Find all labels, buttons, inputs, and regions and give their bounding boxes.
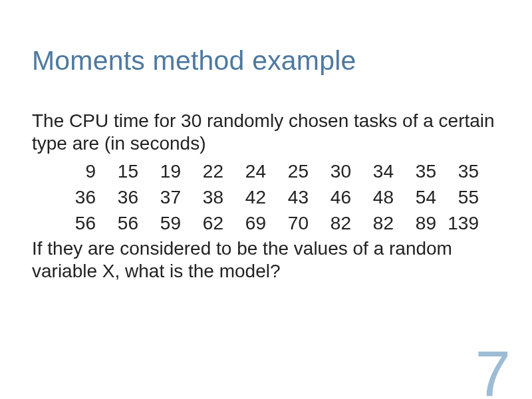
table-cell: 36 (96, 185, 138, 211)
table-cell: 15 (96, 159, 138, 185)
table-cell: 22 (181, 159, 223, 185)
table-row: 9 15 19 22 24 25 30 34 35 35 (53, 159, 500, 185)
page-number: 7 (475, 342, 511, 399)
table-cell: 139 (436, 211, 479, 237)
table-cell: 56 (53, 211, 96, 237)
slide: Moments method example The CPU time for … (0, 0, 532, 399)
table-cell: 82 (351, 211, 394, 237)
intro-text: The CPU time for 30 randomly chosen task… (32, 110, 500, 155)
table-cell: 70 (266, 211, 309, 237)
table-cell: 42 (223, 185, 266, 211)
table-cell: 24 (223, 159, 266, 185)
table-cell: 62 (181, 211, 223, 237)
table-cell: 19 (138, 159, 181, 185)
table-cell: 9 (53, 159, 96, 185)
table-cell: 46 (309, 185, 351, 211)
table-cell: 54 (394, 185, 436, 211)
table-cell: 34 (351, 159, 394, 185)
slide-title: Moments method example (32, 45, 500, 76)
question-text: If they are considered to be the values … (32, 237, 500, 283)
table-cell: 69 (223, 211, 266, 237)
table-cell: 43 (266, 185, 309, 211)
slide-body: The CPU time for 30 randomly chosen task… (32, 110, 500, 283)
data-table: 9 15 19 22 24 25 30 34 35 35 36 36 37 38… (53, 159, 500, 236)
table-cell: 25 (266, 159, 309, 185)
table-cell: 38 (181, 185, 223, 211)
table-row: 56 56 59 62 69 70 82 82 89 139 (53, 211, 500, 237)
table-cell: 82 (309, 211, 351, 237)
table-cell: 36 (53, 185, 96, 211)
table-cell: 35 (394, 159, 436, 185)
table-cell: 30 (309, 159, 351, 185)
table-cell: 35 (436, 159, 479, 185)
table-cell: 59 (138, 211, 181, 237)
table-cell: 48 (351, 185, 394, 211)
table-cell: 55 (436, 185, 479, 211)
table-cell: 89 (394, 211, 436, 237)
table-cell: 37 (138, 185, 181, 211)
table-cell: 56 (96, 211, 138, 237)
table-row: 36 36 37 38 42 43 46 48 54 55 (53, 185, 500, 211)
